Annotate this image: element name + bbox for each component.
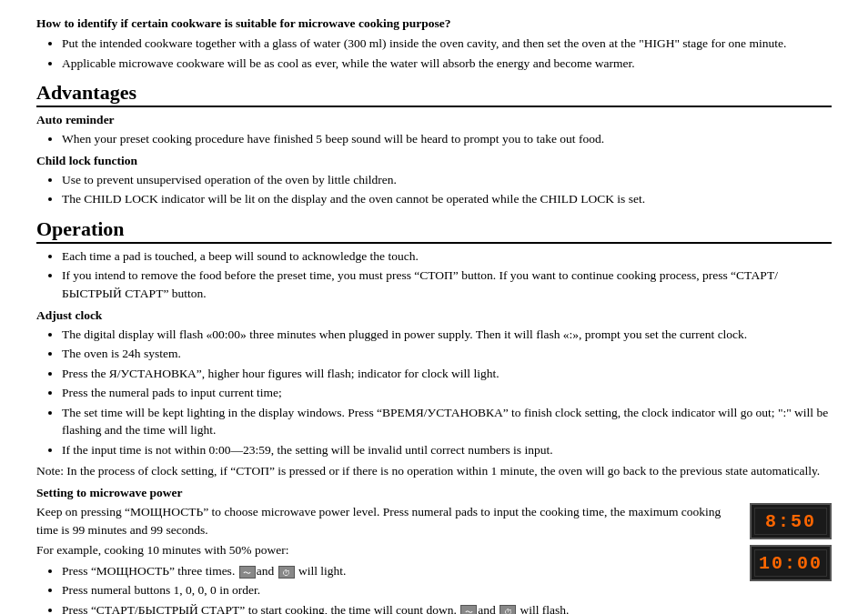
setting-bullet-1: Press “МОЩНОСТЬ” three times. 〜and ⏱ wil…	[62, 562, 741, 580]
display-box-2: 10:00	[750, 545, 832, 581]
display-images: 8:50 10:00	[750, 503, 832, 581]
operation-heading: Operation	[36, 217, 832, 244]
advantages-heading: Advantages	[36, 81, 832, 107]
cookware-bullets: Put the intended cookware together with …	[36, 35, 832, 72]
operation-bullet-2: If you intend to remove the food before …	[62, 267, 832, 302]
icon-wave-1: 〜	[239, 566, 256, 579]
setting-microwave-text1: Keep on pressing “МОЩНОСТЬ” to choose mi…	[36, 503, 741, 539]
auto-reminder-heading: Auto reminder	[36, 113, 832, 127]
setting-bullet-1-suffix: will light.	[298, 564, 347, 578]
adjust-clock-note: Note: In the process of clock setting, i…	[36, 462, 832, 480]
display-text-2: 10:00	[759, 553, 823, 574]
icon-wave-2: 〜	[460, 605, 477, 614]
setting-microwave-text2: For example, cooking 10 minutes with 50%…	[36, 541, 741, 559]
setting-bullet-3-text: Press “СТАРТ/БЫСТРЫЙ СТАРТ” to start coo…	[62, 603, 457, 614]
adjust-clock-bullet-2: The oven is 24h system.	[62, 345, 832, 363]
cookware-bullet-2: Applicable microwave cookware will be as…	[62, 55, 832, 73]
icon-timer-2: ⏱	[500, 605, 516, 614]
adjust-clock-bullets: The digital display will flash «00:00» t…	[36, 326, 832, 459]
child-lock-bullet-2: The CHILD LOCK indicator will be lit on …	[62, 190, 832, 208]
cookware-question: How to identify if certain cookware is s…	[36, 16, 832, 31]
setting-bullet-3: Press “СТАРТ/БЫСТРЫЙ СТАРТ” to start coo…	[62, 601, 741, 614]
and-text-2: and	[478, 603, 496, 614]
auto-reminder-text: When your preset cooking procedure have …	[62, 130, 832, 148]
adjust-clock-heading: Adjust clock	[36, 308, 832, 323]
power-setting-section: Keep on pressing “МОЩНОСТЬ” to choose mi…	[36, 503, 832, 614]
adjust-clock-bullet-1: The digital display will flash «00:00» t…	[62, 326, 832, 344]
setting-bullet-3-suffix: will flash.	[520, 603, 569, 614]
setting-bullet-1-text: Press “МОЩНОСТЬ” three times.	[62, 564, 235, 578]
power-setting-text-block: Keep on pressing “МОЩНОСТЬ” to choose mi…	[36, 503, 741, 614]
child-lock-bullets: Use to prevent unsupervised operation of…	[36, 171, 832, 208]
icon-timer-1: ⏱	[278, 566, 295, 579]
child-lock-bullet-1: Use to prevent unsupervised operation of…	[62, 171, 832, 189]
adjust-clock-bullet-5: The set time will be kept lighting in th…	[62, 404, 832, 439]
operation-bullets: Each time a pad is touched, a beep will …	[36, 247, 832, 303]
auto-reminder-bullets: When your preset cooking procedure have …	[36, 130, 832, 148]
setting-microwave-heading: Setting to microwave power	[36, 486, 832, 500]
display-text-1: 8:50	[765, 511, 816, 532]
adjust-clock-bullet-3: Press the Я/УСТАНОВКА”, higher hour figu…	[62, 365, 832, 383]
cookware-bullet-1: Put the intended cookware together with …	[62, 35, 832, 53]
setting-bullet-2: Press numeral buttons 1, 0, 0, 0 in orde…	[62, 581, 741, 599]
adjust-clock-bullet-4: Press the numeral pads to input current …	[62, 384, 832, 402]
operation-bullet-1: Each time a pad is touched, a beep will …	[62, 247, 832, 266]
setting-microwave-bullets: Press “МОЩНОСТЬ” three times. 〜and ⏱ wil…	[36, 562, 741, 614]
child-lock-heading: Child lock function	[36, 154, 832, 168]
display-box-1: 8:50	[750, 503, 832, 539]
and-text-1: and	[257, 564, 275, 578]
adjust-clock-bullet-6: If the input time is not within 0:00—23:…	[62, 441, 832, 459]
